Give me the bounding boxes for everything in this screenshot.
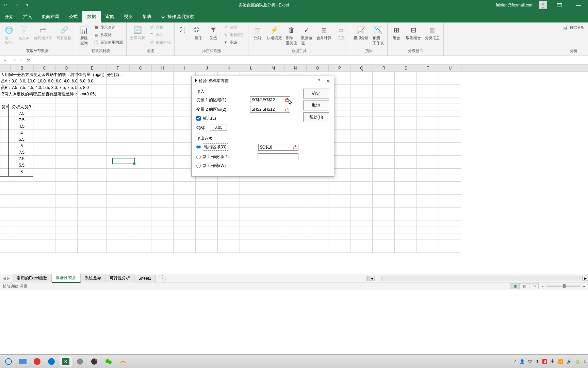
zoom-slider[interactable] [546, 286, 581, 287]
sheet-tab[interactable]: 系统差异 [81, 274, 105, 282]
output-range-radio[interactable] [196, 145, 201, 149]
col-header[interactable]: R [373, 65, 395, 71]
taskbar-app[interactable] [88, 356, 101, 367]
var1-range-button[interactable] [284, 97, 290, 103]
tell-me-search[interactable]: 操作说明搜索 [156, 11, 199, 22]
col-header[interactable]: C [34, 65, 56, 71]
col-header[interactable]: K [218, 65, 240, 71]
recent-button[interactable]: 🕐最近使用的源 [92, 39, 124, 46]
alpha-input[interactable] [210, 124, 227, 131]
connections-button[interactable]: 🔗连接 [148, 24, 172, 31]
ribbon-options-icon[interactable] [553, 0, 566, 10]
col-header[interactable]: N [284, 65, 307, 71]
system-tray[interactable]: ^ 👤 🛡 ⬆ S 中 📶 🔊 🔋 1 [514, 358, 586, 364]
scroll-right-button[interactable]: ▶ [583, 276, 588, 281]
avatar[interactable] [539, 1, 547, 9]
tab-view[interactable]: 视图 [119, 11, 137, 22]
zoom-in-button[interactable]: + [583, 284, 585, 288]
refresh-all-button[interactable]: 🔄全部刷新 [129, 24, 146, 41]
split-handle[interactable] [366, 276, 369, 281]
from-other-button[interactable]: 🗃自其他来源 [32, 24, 54, 41]
page-break-view-button[interactable]: ▭ [529, 283, 539, 289]
taskbar-wechat[interactable] [102, 356, 115, 367]
whatif-button[interactable]: 📈模拟分析 [352, 24, 370, 41]
edit-links-button[interactable]: 🔗编辑链接 [148, 39, 172, 46]
tray-icon[interactable]: ⬆ [536, 359, 539, 364]
relationships-button[interactable]: ∞关系 [334, 24, 348, 41]
page-layout-view-button[interactable]: ▤ [520, 283, 529, 289]
tray-icon[interactable]: 👤 [520, 359, 525, 364]
data-validation-button[interactable]: ✓数据验 证 [300, 24, 314, 46]
col-header[interactable]: H [152, 65, 174, 71]
text-to-columns-button[interactable]: ▥分列 [250, 24, 264, 41]
col-header[interactable]: M [262, 65, 284, 71]
col-header[interactable]: P [329, 65, 351, 71]
add-sheet-button[interactable]: + [159, 275, 166, 281]
sheet-tab[interactable]: 可行性分析 [105, 274, 134, 282]
taskbar-excel[interactable]: X [59, 356, 72, 367]
col-header[interactable]: U [439, 65, 461, 71]
col-header[interactable]: F [107, 65, 130, 71]
show-query-button[interactable]: ▦显示查询 [92, 24, 124, 31]
tray-icon[interactable]: 🛡 [528, 359, 532, 364]
new-workbook-radio[interactable] [196, 164, 201, 168]
sheet-tab[interactable]: Sheet1 [134, 275, 156, 282]
col-header[interactable]: I [174, 65, 196, 71]
ok-button[interactable]: 确定 [303, 89, 329, 98]
properties-button[interactable]: ☰属性 [148, 31, 172, 38]
new-worksheet-radio[interactable] [196, 155, 201, 159]
tab-data[interactable]: 数据 [82, 11, 101, 22]
dialog-help-icon[interactable]: ? [318, 79, 320, 83]
minimize-icon[interactable]: — [572, 0, 585, 10]
remove-dup-button[interactable]: 🗑删除 重复值 [284, 24, 298, 46]
ungroup-button[interactable]: ⊟取消组合 [405, 24, 422, 41]
reapply-button[interactable]: ↻重新应用 [222, 31, 246, 38]
redo-icon[interactable]: ↷ [12, 1, 20, 9]
cancel-button[interactable]: 取消 [303, 101, 329, 110]
var2-input[interactable] [250, 106, 284, 112]
horizontal-scrollbar[interactable] [381, 276, 583, 281]
col-header[interactable]: G [130, 65, 152, 71]
sheet-tab-active[interactable]: 显著性差异 [52, 274, 81, 283]
tray-wifi-icon[interactable]: 📶 [558, 359, 563, 364]
tray-ime-icon[interactable]: 中 [551, 358, 555, 364]
tray-battery-icon[interactable]: 🔋 [575, 359, 580, 364]
data-analysis-button[interactable]: 📊数据分析 [561, 24, 586, 31]
tab-layout[interactable]: 页面布局 [37, 11, 64, 22]
flash-fill-button[interactable]: ⚡快速填充 [265, 24, 283, 41]
tab-review[interactable]: 审阅 [101, 11, 119, 22]
filter-button[interactable]: 筛选 [207, 24, 220, 41]
from-text-button[interactable]: 📄自文本 [17, 24, 31, 41]
labels-checkbox[interactable] [196, 116, 201, 121]
col-header[interactable]: E [78, 65, 107, 71]
tray-clock[interactable]: 1 [584, 359, 586, 364]
advanced-button[interactable]: ▼高级 [222, 39, 246, 46]
tab-help[interactable]: 帮助 [137, 11, 156, 22]
tray-chevron-icon[interactable]: ^ [514, 359, 517, 364]
col-header[interactable]: D [56, 65, 78, 71]
group-button[interactable]: ⊞组合 [390, 24, 403, 41]
tab-insert[interactable]: 插入 [18, 11, 37, 22]
tab-formula[interactable]: 公式 [64, 11, 82, 22]
from-web-button[interactable]: 🌐自 Web [2, 24, 16, 45]
dialog-close-button[interactable]: ✕ [326, 78, 330, 84]
subtotal-button[interactable]: ▦分类汇总 [424, 24, 441, 41]
existing-conn-button[interactable]: 🔗现有连接 [55, 24, 73, 41]
name-box[interactable]: ▾ [0, 58, 10, 63]
col-header[interactable]: Q [351, 65, 373, 71]
enter-formula-icon[interactable]: ✓ [19, 58, 22, 63]
output-range-input[interactable] [259, 144, 292, 150]
col-header[interactable]: T [417, 65, 439, 71]
undo-icon[interactable]: ↶ [1, 1, 10, 9]
sort-az-button[interactable]: AZ [177, 24, 190, 36]
start-button[interactable] [2, 356, 15, 367]
taskbar-app[interactable] [31, 356, 44, 367]
scroll-left-button[interactable]: ◀ [369, 276, 375, 281]
qat-dropdown-icon[interactable]: ▾ [23, 1, 31, 9]
new-worksheet-input[interactable] [258, 154, 298, 160]
col-header[interactable]: S [395, 65, 417, 71]
user-email[interactable]: falxian@foxmail.com [496, 3, 534, 7]
consolidate-button[interactable]: ⊞合并计算 [315, 24, 333, 41]
dialog-titlebar[interactable]: F-检验 双样本方差 ? ✕ [192, 76, 334, 86]
output-range-button[interactable] [292, 144, 298, 150]
